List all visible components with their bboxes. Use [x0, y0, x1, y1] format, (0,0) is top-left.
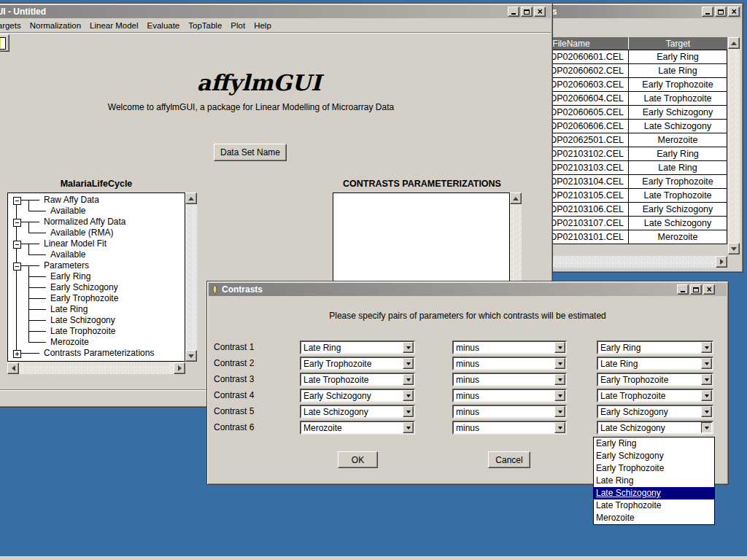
contrasts-parameterizations-list[interactable]: [333, 192, 510, 295]
tree-item-available-rma-[interactable]: Available (RMA): [50, 228, 113, 238]
close-button[interactable]: ×: [728, 7, 740, 17]
tree-item-available[interactable]: Available: [50, 206, 85, 217]
tree-item-late-trophozoite[interactable]: Late Trophozoite: [50, 326, 115, 337]
tree-item-early-trophozoite[interactable]: Early Trophozoite: [50, 293, 118, 304]
dropdown-arrow-button[interactable]: [403, 422, 414, 433]
right-parameter-dropdown[interactable]: Early Trophozoite: [597, 373, 713, 386]
close-button[interactable]: ×: [703, 284, 715, 295]
left-parameter-dropdown[interactable]: Late Ring: [300, 341, 415, 354]
ok-button[interactable]: OK: [338, 451, 378, 468]
tree-item-late-ring[interactable]: Late Ring: [50, 304, 88, 315]
dropdown-arrow-button[interactable]: [554, 358, 565, 369]
menu-item-help[interactable]: Help: [254, 21, 271, 30]
dropdown-arrow-button[interactable]: [554, 422, 565, 433]
column-header-target[interactable]: Target: [629, 37, 727, 50]
tree-item-contrasts-parameterizations[interactable]: Contrasts Parameterizations: [44, 348, 154, 359]
menu-item-linear-model[interactable]: Linear Model: [90, 21, 138, 30]
targets-horizontal-scrollbar[interactable]: [526, 256, 716, 268]
operator-dropdown[interactable]: minus: [452, 389, 567, 402]
dropdown-arrow-button[interactable]: [403, 342, 414, 353]
dropdown-arrow-button[interactable]: [701, 406, 712, 417]
dropdown-arrow-button[interactable]: [701, 390, 712, 401]
scroll-down-button[interactable]: [728, 243, 740, 254]
tree-item-early-ring[interactable]: Early Ring: [50, 271, 90, 282]
menu-item-targets[interactable]: Targets: [0, 21, 21, 30]
main-titlebar[interactable]: affylmGUI - Untitled ×: [0, 5, 551, 18]
dropdown-option-late-schizogony[interactable]: Late Schizogony: [594, 487, 714, 499]
collapse-minus-box[interactable]: [13, 241, 21, 249]
operator-dropdown[interactable]: minus: [452, 373, 567, 386]
dropdown-arrow-button[interactable]: [403, 374, 414, 385]
tree-item-normalized-affy-data[interactable]: Normalized Affy Data: [44, 217, 126, 228]
left-parameter-dropdown[interactable]: Late Schizogony: [300, 405, 415, 419]
collapse-minus-box[interactable]: [13, 262, 21, 271]
right-parameter-dropdown[interactable]: Early Ring: [597, 341, 713, 354]
dropdown-arrow-button[interactable]: [554, 342, 565, 353]
right-parameter-dropdown[interactable]: Late Trophozoite: [597, 389, 713, 402]
operator-dropdown[interactable]: minus: [452, 357, 567, 370]
contrasts-titlebar[interactable]: Contrasts ×: [209, 283, 727, 296]
minimize-button[interactable]: [677, 284, 689, 295]
tree-item-late-schizogony[interactable]: Late Schizogony: [50, 315, 115, 326]
maximize-button[interactable]: [521, 7, 533, 17]
minimize-button[interactable]: [702, 7, 713, 17]
scroll-up-button[interactable]: [510, 192, 522, 204]
scroll-up-button[interactable]: [185, 192, 197, 204]
menu-item-normalization[interactable]: Normalization: [30, 21, 81, 30]
menu-item-toptable[interactable]: TopTable: [188, 21, 222, 30]
close-button[interactable]: ×: [534, 7, 546, 17]
data-set-name-button[interactable]: Data Set Name: [214, 144, 287, 161]
maximize-button[interactable]: [715, 7, 727, 17]
menu-item-evaluate[interactable]: Evaluate: [147, 21, 180, 30]
scroll-left-button[interactable]: [7, 362, 19, 374]
left-parameter-dropdown[interactable]: Early Trophozoite: [300, 357, 415, 370]
tree-item-available[interactable]: Available: [50, 249, 85, 260]
scroll-down-button[interactable]: [185, 350, 197, 362]
cancel-button[interactable]: Cancel: [488, 451, 530, 468]
scroll-right-button[interactable]: [716, 256, 727, 268]
collapse-minus-box[interactable]: [13, 219, 21, 227]
expand-plus-box[interactable]: [13, 350, 21, 358]
dropdown-value: minus: [454, 406, 554, 417]
dropdown-option-early-trophozoite[interactable]: Early Trophozoite: [594, 462, 714, 475]
dropdown-arrow-button[interactable]: [554, 406, 565, 417]
dropdown-option-late-ring[interactable]: Late Ring: [594, 475, 714, 487]
tree-item-early-schizogony[interactable]: Early Schizogony: [50, 282, 118, 293]
dropdown-arrow-button[interactable]: [554, 374, 565, 385]
menu-item-plot[interactable]: Plot: [231, 21, 245, 30]
new-file-toolbar-button[interactable]: [0, 34, 9, 52]
maximize-button[interactable]: [690, 284, 702, 295]
right-parameter-dropdown[interactable]: Late Ring: [597, 357, 713, 370]
tree-item-parameters[interactable]: Parameters: [44, 260, 89, 271]
tree-vertical-scrollbar[interactable]: [185, 204, 197, 350]
left-parameter-dropdown[interactable]: Late Trophozoite: [300, 373, 415, 386]
right-parameter-dropdown[interactable]: Early Schizogony: [597, 405, 713, 419]
operator-dropdown[interactable]: minus: [452, 341, 567, 354]
scroll-up-button[interactable]: [728, 37, 740, 49]
dropdown-option-late-trophozoite[interactable]: Late Trophozoite: [594, 499, 714, 512]
dropdown-option-merozoite[interactable]: Merozoite: [594, 512, 714, 524]
dropdown-arrow-button[interactable]: [403, 390, 414, 401]
operator-dropdown[interactable]: minus: [452, 405, 567, 419]
dropdown-arrow-button[interactable]: [403, 406, 414, 417]
targets-vertical-scrollbar[interactable]: [728, 49, 740, 243]
right-parameter-dropdown[interactable]: Late Schizogony: [597, 421, 713, 435]
left-parameter-dropdown[interactable]: Merozoite: [300, 421, 415, 435]
tree-item-linear-model-fit[interactable]: Linear Model Fit: [44, 238, 107, 249]
collapse-minus-box[interactable]: [13, 197, 21, 205]
dropdown-arrow-button[interactable]: [701, 422, 712, 433]
minimize-button[interactable]: [508, 7, 519, 17]
left-parameter-dropdown[interactable]: Early Schizogony: [300, 389, 415, 402]
dropdown-arrow-button[interactable]: [403, 358, 414, 369]
dropdown-arrow-button[interactable]: [701, 358, 712, 369]
dropdown-option-early-ring[interactable]: Early Ring: [594, 438, 714, 450]
dropdown-arrow-button[interactable]: [701, 374, 712, 385]
scroll-right-button[interactable]: [174, 362, 185, 374]
dropdown-arrow-button[interactable]: [554, 390, 565, 401]
tree-horizontal-scrollbar[interactable]: [19, 362, 174, 374]
tree-item-raw-affy-data[interactable]: Raw Affy Data: [44, 195, 99, 206]
operator-dropdown[interactable]: minus: [452, 421, 567, 435]
tree-item-merozoite[interactable]: Merozoite: [50, 337, 89, 348]
dropdown-option-early-schizogony[interactable]: Early Schizogony: [594, 450, 714, 462]
dropdown-arrow-button[interactable]: [701, 342, 712, 353]
